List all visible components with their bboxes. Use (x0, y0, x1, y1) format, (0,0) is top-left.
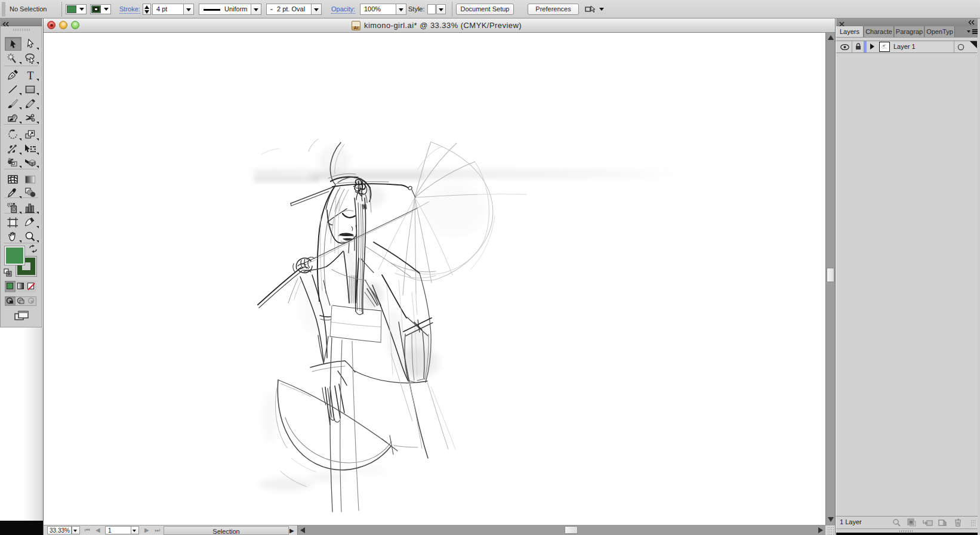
svg-text:T: T (27, 70, 34, 82)
